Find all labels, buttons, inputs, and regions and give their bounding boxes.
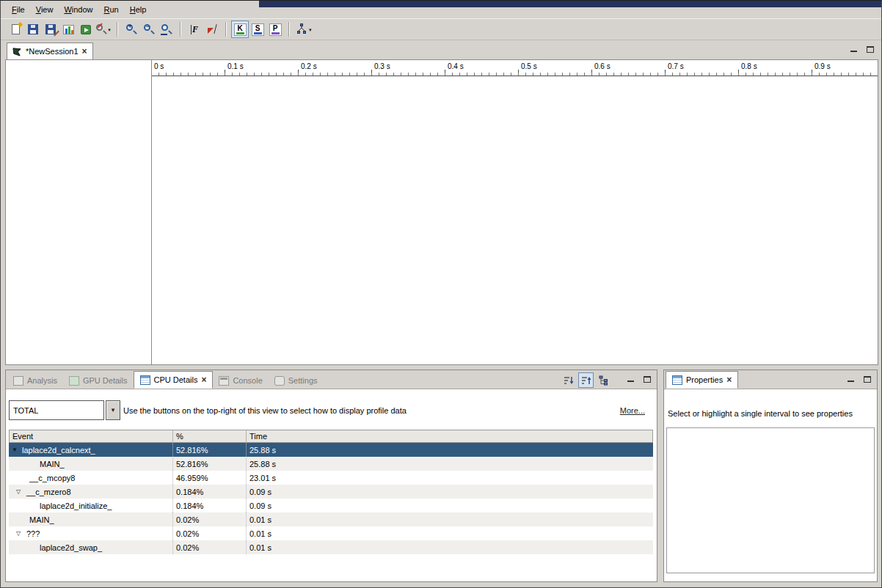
save-button[interactable] [24, 21, 42, 38]
ruler-label: 0.8 s [741, 62, 757, 70]
magnifier-icon [96, 24, 106, 34]
event-percent: 0.184% [172, 499, 246, 512]
tab-analysis[interactable]: Analysis [7, 372, 63, 389]
event-time: 0.01 s [246, 512, 653, 526]
caller-tree-view-button[interactable] [596, 372, 611, 388]
tab-label: GPU Details [83, 376, 128, 385]
export-button[interactable] [77, 21, 95, 38]
tab-label: Settings [288, 376, 318, 385]
zoom-out-icon: − [144, 24, 154, 34]
maximize-button[interactable] [867, 46, 874, 53]
cpu-details-controls: TOTAL ▾ Use the buttons on the top-right… [6, 390, 657, 430]
minimize-button[interactable] [848, 376, 855, 383]
event-name: MAIN_ [40, 460, 65, 468]
ruler-label: 0.6 s [594, 62, 611, 70]
column-header-time[interactable]: Time [246, 430, 652, 442]
ruler-tick [445, 70, 445, 76]
session-tab-label: *NewSession1 [26, 47, 79, 56]
details-panel: Analysis GPU Details CPU Details × Conso… [5, 370, 657, 582]
chevron-down-icon: ▾ [309, 27, 312, 32]
ruler-tick [665, 70, 666, 76]
ruler-tick [591, 70, 592, 76]
table-row[interactable]: ▼ laplace2d_calcnext_ 52.816% 25.88 s [9, 443, 653, 457]
zoom-in-button[interactable]: + [123, 21, 140, 38]
minimize-button[interactable] [850, 46, 858, 53]
table-row[interactable]: ▽ __c_mzero8 0.184% 0.09 s [9, 485, 653, 499]
timeline-ruler[interactable]: 0 s 0.1 s 0.2 s 0.3 s 0.4 s 0.5 s 0.6 s … [151, 60, 878, 76]
kernel-mode-button[interactable]: K [231, 21, 249, 38]
tab-gpu-details[interactable]: GPU Details [63, 372, 134, 389]
menu-window[interactable]: Window [59, 4, 98, 15]
menu-file[interactable]: File [7, 4, 31, 15]
close-icon[interactable]: × [82, 47, 87, 56]
minimize-button[interactable] [627, 376, 635, 383]
ruler-tick [518, 70, 519, 76]
flag-marker-icon: F [191, 24, 198, 35]
session-tab[interactable]: *NewSession1 × [7, 43, 93, 59]
combo-dropdown-button[interactable]: ▾ [106, 400, 120, 420]
event-time: 0.01 s [246, 526, 653, 540]
combo-value-field[interactable]: TOTAL [9, 400, 104, 420]
event-name: MAIN_ [29, 515, 54, 524]
event-time: 25.88 s [246, 457, 653, 471]
chart-button[interactable] [59, 21, 77, 38]
session-icon [12, 47, 22, 56]
export-icon [81, 25, 91, 34]
more-link[interactable]: More... [620, 406, 645, 415]
column-header-event[interactable]: Event [10, 430, 172, 442]
table-row[interactable]: __c_mcopy8 46.959% 23.01 s [9, 471, 653, 485]
flat-view-button[interactable] [561, 372, 576, 388]
marker-reset-button[interactable] [203, 21, 221, 38]
process-mode-button[interactable]: P [266, 21, 284, 38]
column-header-percent[interactable]: % [172, 430, 246, 442]
tree-expander-icon[interactable]: ▼ [12, 447, 22, 453]
table-row[interactable]: laplace2d_swap_ 0.02% 0.01 s [9, 540, 653, 554]
table-row[interactable]: MAIN_ 52.816% 25.88 s [9, 457, 653, 471]
tree-expander-icon[interactable]: ▽ [16, 531, 26, 537]
save-as-button[interactable] [42, 21, 59, 38]
tab-cpu-details[interactable]: CPU Details × [134, 371, 214, 389]
cpu-details-tab-icon [140, 375, 150, 385]
ruler-label: 0.1 s [227, 62, 244, 70]
process-mode-icon: P [269, 23, 282, 36]
zoom-mode-button[interactable]: ▾ [95, 21, 112, 38]
tab-label: Console [233, 376, 262, 385]
new-file-icon [12, 24, 20, 34]
timeline-editor: *NewSession1 × 0 s 0.1 s [5, 42, 878, 365]
titlebar-remnant [259, 1, 881, 7]
table-row[interactable]: laplace2d_initialize_ 0.184% 0.09 s [9, 499, 653, 512]
properties-tabbar: Properties × [664, 370, 877, 389]
close-icon[interactable]: × [726, 375, 732, 384]
event-filter-combo: TOTAL ▾ [9, 400, 120, 420]
tab-properties[interactable]: Properties × [666, 371, 738, 389]
table-row[interactable]: MAIN_ 0.02% 0.01 s [9, 512, 653, 526]
menubar: File View Window Run Help [2, 2, 152, 17]
zoom-out-button[interactable]: − [140, 21, 158, 38]
timeline-canvas[interactable]: 0 s 0.1 s 0.2 s 0.3 s 0.4 s 0.5 s 0.6 s … [5, 59, 878, 365]
stream-mode-button[interactable]: S [249, 21, 266, 38]
table-row[interactable]: ▽ ??? 0.02% 0.01 s [9, 526, 653, 540]
analysis-button[interactable]: ▾ [294, 21, 313, 38]
event-name: laplace2d_initialize_ [40, 501, 112, 510]
zoom-fit-button[interactable] [158, 21, 175, 38]
main-toolbar: ▾ + − F K S P ▾ [1, 18, 881, 40]
maximize-button[interactable] [644, 376, 651, 383]
editor-tabbar: *NewSession1 × [5, 42, 878, 59]
menu-help[interactable]: Help [125, 4, 153, 15]
menu-run[interactable]: Run [99, 4, 125, 15]
timeline-row-header-sash[interactable] [151, 60, 152, 364]
menu-view[interactable]: View [31, 4, 59, 15]
bar-chart-icon [63, 25, 74, 34]
maximize-button[interactable] [864, 376, 871, 383]
cpu-events-table: Event % Time ▼ laplace2d_calcnext_ 52.81… [9, 430, 653, 554]
tree-expander-icon[interactable]: ▽ [16, 489, 26, 495]
event-percent: 52.816% [172, 443, 246, 457]
tab-console[interactable]: Console [213, 372, 268, 389]
hierarchy-view-button[interactable] [578, 372, 594, 388]
new-session-button[interactable] [7, 21, 24, 38]
helper-text: Use the buttons on the top-right of this… [123, 406, 407, 415]
tab-settings[interactable]: Settings [269, 372, 324, 389]
properties-tab-icon [672, 375, 682, 385]
marker-flag-button[interactable]: F [186, 21, 203, 38]
close-icon[interactable]: × [201, 375, 206, 384]
